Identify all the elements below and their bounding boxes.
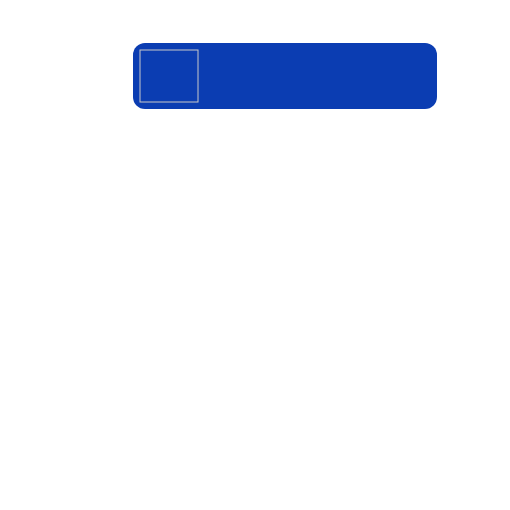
diagram-canvas — [0, 0, 510, 510]
top-array-container — [133, 43, 437, 109]
